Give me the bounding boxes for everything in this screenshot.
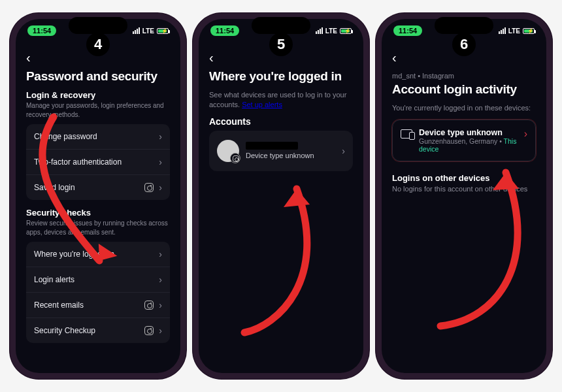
row-label: Two-factor authentication (34, 157, 122, 167)
row-saved-login[interactable]: Saved login › (26, 174, 170, 200)
status-right: LTE ⚡ (133, 27, 169, 35)
status-right: LTE ⚡ (499, 27, 535, 35)
device-sub: Gunzenhausen, Germany • This device (419, 137, 518, 153)
page-subtitle: See what devices are used to log in to y… (209, 90, 353, 110)
row-label: Recent emails (34, 301, 84, 310)
page-title: Account login activity (392, 82, 536, 97)
svg-marker-1 (284, 189, 310, 207)
device-line: Device type unknown (246, 152, 335, 159)
page-subtitle: You're currently logged in on these devi… (392, 103, 536, 113)
status-time: 11:54 (393, 25, 422, 36)
breadcrumb: md_snt • Instagram (392, 72, 536, 80)
chevron-right-icon: › (159, 131, 162, 142)
row-security-checkup[interactable]: Security Checkup › (26, 318, 170, 343)
instagram-icon (144, 183, 154, 192)
row-label: Change password (34, 132, 97, 141)
screen-account-login-activity: 11:54 LTE ⚡ ‹ md_snt • Instagram Account… (382, 19, 546, 373)
network-label: LTE (142, 27, 154, 35)
screen-password-security: 11:54 LTE ⚡ ‹ Password and security Logi… (16, 19, 180, 373)
chevron-right-icon: › (342, 146, 345, 156)
row-login-alerts[interactable]: Login alerts › (26, 267, 170, 292)
notch (435, 17, 493, 34)
account-card[interactable]: Device type unknown › (209, 131, 353, 171)
signal-icon (133, 27, 140, 34)
back-icon[interactable]: ‹ (392, 46, 397, 67)
page-title: Password and security (26, 69, 170, 84)
accounts-header: Accounts (209, 116, 353, 127)
security-checks-list: Where you're logged in › Login alerts › … (26, 242, 170, 343)
devices-icon (401, 129, 412, 139)
chevron-right-icon: › (159, 157, 162, 167)
signal-icon (316, 27, 323, 34)
chevron-right-icon: › (159, 300, 162, 310)
signal-icon (499, 27, 506, 34)
instagram-icon (144, 301, 154, 310)
row-label: Saved login (34, 183, 75, 192)
annotation-arrow (225, 176, 342, 339)
step-badge: 4 (86, 33, 110, 56)
section-security-checks-sub: Review security issues by running checks… (26, 219, 170, 237)
battery-icon: ⚡ (340, 28, 352, 34)
notch (252, 17, 310, 34)
row-two-factor[interactable]: Two-factor authentication › (26, 149, 170, 174)
device-title: Device type unknown (419, 128, 518, 137)
network-label: LTE (508, 27, 520, 35)
logins-other-sub: No logins for this account on other devi… (392, 184, 536, 194)
row-recent-emails[interactable]: Recent emails › (26, 292, 170, 318)
step-badge: 6 (452, 33, 476, 56)
section-login-recovery-title: Login & recovery (26, 90, 170, 100)
device-location: Gunzenhausen, Germany • (419, 137, 504, 145)
battery-icon: ⚡ (157, 28, 169, 34)
page-title: Where you're logged in (209, 69, 353, 84)
chevron-right-icon: › (159, 274, 162, 285)
chevron-right-icon: › (159, 182, 162, 193)
back-icon[interactable]: ‹ (209, 46, 214, 67)
set-up-alerts-link[interactable]: Set up alerts (242, 101, 282, 108)
chevron-right-icon: › (159, 249, 162, 259)
section-security-checks-title: Security checks (26, 208, 170, 218)
row-where-logged-in[interactable]: Where you're logged in › (26, 242, 170, 267)
status-time: 11:54 (210, 25, 239, 36)
row-label: Login alerts (34, 275, 74, 284)
section-login-recovery-sub: Manage your passwords, login preferences… (26, 101, 170, 119)
network-label: LTE (325, 27, 337, 35)
chevron-right-icon: › (524, 128, 527, 140)
row-label: Security Checkup (34, 326, 95, 335)
avatar (217, 140, 239, 162)
status-time: 11:54 (27, 25, 56, 36)
battery-icon: ⚡ (523, 28, 535, 34)
phone-frame: 4 11:54 LTE ⚡ ‹ Password and security Lo… (10, 13, 186, 379)
row-change-password[interactable]: Change password › (26, 124, 170, 149)
phone-frame: 6 11:54 LTE ⚡ ‹ md_snt • Instagram Accou… (376, 13, 552, 379)
back-icon[interactable]: ‹ (26, 46, 31, 67)
notch (69, 17, 127, 34)
chevron-right-icon: › (159, 325, 162, 336)
login-recovery-list: Change password › Two-factor authenticat… (26, 124, 170, 200)
status-right: LTE ⚡ (316, 27, 352, 35)
step-badge: 5 (269, 33, 293, 56)
instagram-icon (144, 326, 154, 335)
instagram-icon (233, 155, 239, 162)
redacted-username (246, 142, 298, 150)
screen-where-logged-in: 11:54 LTE ⚡ ‹ Where you're logged in See… (199, 19, 363, 373)
logins-other-title: Logins on other devices (392, 173, 536, 183)
row-label: Where you're logged in (34, 250, 114, 259)
phone-frame: 5 11:54 LTE ⚡ ‹ Where you're logged in S… (193, 13, 369, 379)
device-card[interactable]: Device type unknown Gunzenhausen, German… (392, 120, 536, 161)
